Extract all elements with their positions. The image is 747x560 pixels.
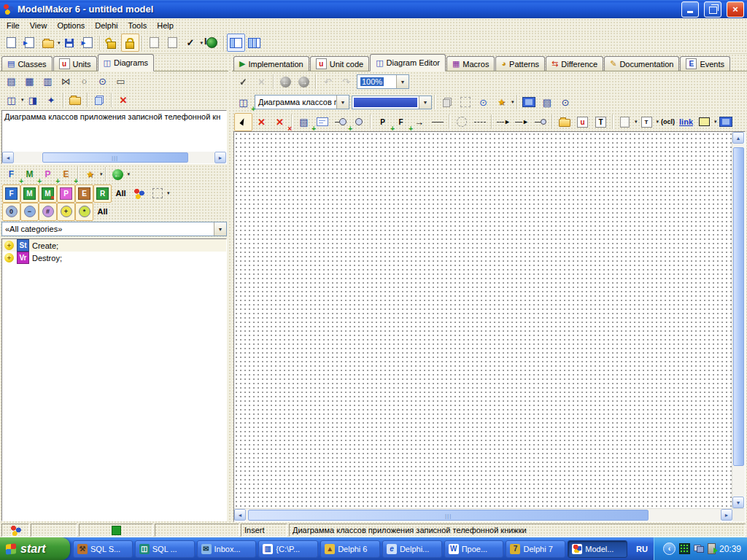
diagram-combo-dropdown[interactable]: ▼ [336, 96, 349, 109]
menu-file[interactable]: File [1, 20, 25, 31]
copy-diagram-button[interactable] [90, 91, 109, 109]
save-as-button[interactable]: ► [79, 34, 97, 52]
robustness-diagram-button[interactable]: ⊙ [93, 72, 112, 90]
tab-implementation[interactable]: ▶Implementation [233, 56, 309, 71]
undo-button[interactable]: ↶ [319, 73, 337, 91]
add-event-button[interactable]: E+ [57, 166, 75, 184]
diagram-select-combo[interactable]: Диаграмма классов г ▼ [255, 95, 349, 109]
usecase-diagram-button[interactable]: ○ [75, 72, 93, 90]
tray-chevron-button[interactable]: ‹ [663, 542, 676, 555]
add-diagram-button[interactable]: ◫+ [234, 93, 252, 112]
delete-diagram-button[interactable]: ✕ [115, 91, 133, 109]
visual-style-combo[interactable]: ▼ [352, 96, 432, 109]
generalization-arrow-button[interactable]: ► [513, 113, 531, 131]
open-diagram-button[interactable] [66, 91, 85, 109]
filter-resolution-button[interactable]: R [93, 184, 112, 203]
tab-macros[interactable]: ▦Macros [446, 56, 495, 71]
history-forward-button[interactable]: → [295, 73, 313, 91]
visibility-public-button[interactable]: + [57, 203, 75, 221]
menu-delphi[interactable]: Delphi [90, 20, 123, 31]
add-interface-button[interactable]: + [331, 113, 349, 131]
hyperlink-button[interactable]: link [677, 113, 695, 131]
taskbar-delphi7[interactable]: 7Delphi 7 [506, 540, 565, 558]
categories-combo-dropdown[interactable]: ▼ [214, 222, 226, 236]
diagram-canvas[interactable] [234, 132, 732, 508]
member-list[interactable]: + St Create; + Vr Destroy; [1, 238, 227, 521]
layout-diagram-button[interactable]: ✦ [42, 91, 61, 109]
close-button[interactable]: × [727, 1, 744, 18]
filter-fields-button[interactable]: F [2, 184, 20, 203]
tab-classes[interactable]: ▤ Classes [1, 56, 53, 71]
dashed-line-button[interactable] [471, 113, 489, 131]
filter-properties-button[interactable]: P [57, 184, 75, 203]
filmstrip-button[interactable] [717, 113, 735, 131]
scroll-track[interactable]: ||| [246, 509, 721, 521]
visibility-all-button[interactable]: All [93, 203, 112, 221]
diagram-list-hscrollbar[interactable]: ◄ ||| ► [2, 152, 226, 163]
open-dropdown[interactable]: ▾ [58, 40, 61, 46]
object-diagram-button[interactable]: ▦ [20, 72, 39, 90]
implements-link-button[interactable] [531, 113, 549, 131]
menu-options[interactable]: Options [52, 20, 90, 31]
tab-documentation[interactable]: ✎Documentation [604, 56, 679, 71]
member-row-destroy[interactable]: + Vr Destroy; [2, 252, 226, 264]
canvas-vscrollbar[interactable]: ▲ ▼ [732, 132, 745, 508]
visibility-strict-private-button[interactable]: 0 [2, 203, 20, 221]
menu-help[interactable]: Help [152, 20, 179, 31]
scroll-up-button[interactable]: ▲ [732, 132, 744, 144]
save-model-button[interactable] [61, 34, 79, 52]
filter-abstract-methods-button[interactable]: Ma [39, 184, 57, 203]
edit-diagram-button[interactable]: ◨ [24, 91, 42, 109]
restore-button[interactable] [704, 1, 721, 18]
taskbar-sql-manager[interactable]: ◫SQL ... [135, 540, 195, 558]
add-field-button[interactable]: F+ [2, 166, 20, 184]
sequence-diagram-button[interactable]: ▥ [39, 72, 57, 90]
zoom-combo[interactable]: 100% ▼ [357, 74, 409, 89]
disabled-shape-button-2[interactable] [456, 93, 474, 112]
taskbar-modelmaker[interactable]: Model... [568, 540, 627, 558]
scroll-right-button[interactable]: ► [214, 152, 226, 163]
options-check-button[interactable]: ✓ [182, 34, 200, 52]
scroll-right-button[interactable]: ► [721, 509, 732, 521]
association-arrow-button[interactable]: → [410, 113, 428, 131]
select-tool-button[interactable] [234, 113, 252, 131]
diagram-frame-button[interactable] [695, 113, 713, 131]
add-diagram-button[interactable]: ◫ [2, 91, 20, 109]
browser-button[interactable] [203, 34, 221, 52]
outline-view-button[interactable]: ▤ [538, 93, 557, 112]
expand-view-button[interactable] [520, 93, 538, 112]
redo-button[interactable]: ↷ [337, 73, 355, 91]
tab-unit-code[interactable]: uUnit code [310, 56, 369, 71]
menu-tools[interactable]: Tools [123, 20, 152, 31]
tray-network-icon[interactable] [694, 545, 704, 553]
filter-events-button[interactable]: E [75, 184, 93, 203]
canvas-hscrollbar[interactable]: ◄ ||| ► [234, 508, 745, 521]
apply-button[interactable]: ✓ [234, 73, 252, 91]
scroll-left-button[interactable]: ◄ [2, 152, 14, 163]
visibility-private-button[interactable]: − [20, 203, 39, 221]
class-diagram-button[interactable]: ▤ [2, 72, 20, 90]
ocl-constraint-button[interactable]: (ocl) [659, 113, 677, 131]
print-preview-button[interactable]: ⊙ [557, 93, 575, 112]
scroll-thumb[interactable]: ||| [248, 510, 649, 521]
visibility-published-button[interactable]: * [75, 203, 93, 221]
taskbar-sql-server[interactable]: ⚒SQL S... [73, 540, 133, 558]
taskbar-delphi6[interactable]: ▲Delphi 6 [320, 540, 380, 558]
add-diagram-dropdown[interactable]: ▾ [21, 97, 24, 103]
scroll-thumb[interactable]: ||| [42, 152, 188, 163]
diagram-wizard-button[interactable]: ★ [492, 93, 511, 112]
add-package-button[interactable] [555, 113, 573, 131]
tab-patterns[interactable]: ◕Patterns [495, 56, 545, 71]
open-model-button[interactable] [39, 34, 57, 52]
tab-diagrams[interactable]: ◫ Diagrams [98, 54, 154, 71]
collaboration-diagram-button[interactable]: ⋈ [57, 72, 75, 90]
start-button[interactable]: start [0, 537, 70, 560]
activity-diagram-button[interactable]: ▭ [112, 72, 130, 90]
tray-matrix-icon[interactable] [679, 543, 690, 554]
add-property-link-button[interactable]: P+ [374, 113, 392, 131]
taskbar-word-doc[interactable]: WПрое... [444, 540, 504, 558]
tab-difference[interactable]: ⇆Difference [546, 56, 603, 71]
lock-button[interactable] [121, 34, 139, 52]
frame-symbol-button[interactable]: T [638, 113, 656, 131]
scroll-thumb[interactable] [733, 147, 744, 467]
